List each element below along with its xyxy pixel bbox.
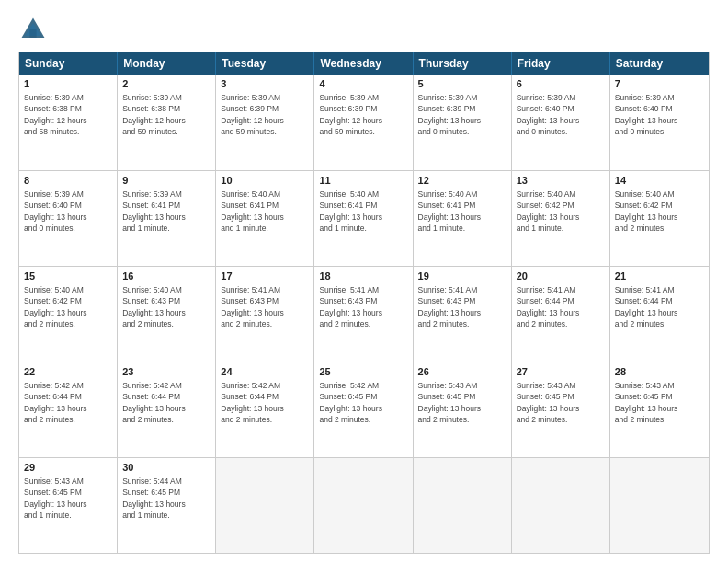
cell-info-line: Sunrise: 5:39 AM [221,93,280,102]
cell-info-line: Daylight: 13 hours [122,213,186,222]
calendar-row-1: 1Sunrise: 5:39 AMSunset: 6:38 PMDaylight… [19,75,709,170]
cell-info-line: and 2 minutes. [221,415,272,424]
cell-info-line: Daylight: 13 hours [517,308,580,317]
cell-info-line: Daylight: 13 hours [418,116,482,125]
cell-info-line: Daylight: 13 hours [122,308,186,317]
calendar-cell: 15Sunrise: 5:40 AMSunset: 6:42 PMDayligh… [19,267,118,362]
day-number: 30 [122,461,210,475]
day-number: 14 [615,174,704,188]
day-number: 12 [418,174,506,188]
calendar-row-2: 8Sunrise: 5:39 AMSunset: 6:40 PMDaylight… [19,170,709,266]
cell-info-line: Sunrise: 5:41 AM [517,285,576,294]
cell-info-line: Sunrise: 5:40 AM [418,190,478,199]
day-number: 17 [221,270,309,283]
cell-info-line: Daylight: 13 hours [24,500,87,509]
calendar-cell: 24Sunrise: 5:42 AMSunset: 6:44 PMDayligh… [216,362,314,457]
cell-info-line: and 2 minutes. [24,415,75,424]
cell-info-line: and 1 minute. [122,511,170,520]
day-number: 25 [319,365,407,379]
cell-info-line: Sunset: 6:41 PM [221,201,279,210]
cell-info-line: Daylight: 13 hours [517,116,580,125]
cell-info-line: Sunset: 6:41 PM [418,201,476,210]
day-number: 1 [24,77,112,91]
cell-info-line: Daylight: 13 hours [24,404,87,413]
cell-info-line: Sunset: 6:44 PM [615,296,673,305]
header-cell-saturday: Saturday [610,52,709,75]
cell-info-line: Daylight: 12 hours [24,116,87,125]
cell-info-line: and 2 minutes. [418,415,470,424]
cell-info-line: and 59 minutes. [122,127,177,136]
cell-info-line: and 2 minutes. [319,415,370,424]
cell-info-line: and 59 minutes. [319,127,374,136]
cell-info-line: and 2 minutes. [615,415,666,424]
cell-info-line: Sunrise: 5:40 AM [517,190,576,199]
cell-info-line: Sunset: 6:43 PM [418,296,476,305]
day-number: 22 [24,365,112,379]
cell-info-line: Sunset: 6:45 PM [24,488,82,497]
calendar-row-3: 15Sunrise: 5:40 AMSunset: 6:42 PMDayligh… [19,266,709,362]
cell-info-line: and 2 minutes. [615,224,666,233]
calendar-body: 1Sunrise: 5:39 AMSunset: 6:38 PMDaylight… [19,75,709,553]
day-number: 23 [122,365,210,379]
day-number: 2 [122,77,210,91]
cell-info-line: Sunset: 6:38 PM [122,104,180,113]
cell-info-line: and 2 minutes. [122,319,174,328]
day-number: 4 [319,77,407,91]
day-number: 24 [221,365,309,379]
cell-info-line: Daylight: 13 hours [319,404,382,413]
cell-info-line: Sunset: 6:41 PM [319,201,377,210]
logo [18,15,51,44]
cell-info-line: Sunset: 6:44 PM [517,296,574,305]
cell-info-line: Sunset: 6:40 PM [517,104,574,113]
cell-info-line: Sunrise: 5:39 AM [24,190,84,199]
cell-info-line: Sunset: 6:43 PM [221,296,279,305]
cell-info-line: and 2 minutes. [24,319,75,328]
cell-info-line: Sunset: 6:45 PM [418,392,476,401]
cell-info-line: Sunset: 6:40 PM [615,104,673,113]
cell-info-line: Sunrise: 5:41 AM [418,285,478,294]
cell-info-line: Sunrise: 5:41 AM [319,285,379,294]
cell-info-line: Sunset: 6:44 PM [122,392,180,401]
header [18,15,710,44]
cell-info-line: Daylight: 13 hours [418,213,482,222]
calendar-cell: 25Sunrise: 5:42 AMSunset: 6:45 PMDayligh… [314,362,413,457]
day-number: 8 [24,174,112,188]
day-number: 16 [122,270,210,283]
cell-info-line: Sunrise: 5:40 AM [319,190,379,199]
day-number: 20 [517,270,605,283]
calendar-cell: 28Sunrise: 5:43 AMSunset: 6:45 PMDayligh… [610,362,709,457]
calendar-cell: 7Sunrise: 5:39 AMSunset: 6:40 PMDaylight… [610,75,709,170]
calendar-cell: 2Sunrise: 5:39 AMSunset: 6:38 PMDaylight… [118,75,216,170]
cell-info-line: Sunrise: 5:43 AM [418,381,478,390]
cell-info-line: and 2 minutes. [418,319,470,328]
cell-info-line: Sunset: 6:45 PM [319,392,377,401]
calendar-cell: 18Sunrise: 5:41 AMSunset: 6:43 PMDayligh… [314,267,413,362]
logo-icon [18,15,48,44]
cell-info-line: Sunrise: 5:42 AM [24,381,84,390]
calendar-cell: 16Sunrise: 5:40 AMSunset: 6:43 PMDayligh… [118,267,216,362]
calendar-cell: 19Sunrise: 5:41 AMSunset: 6:43 PMDayligh… [414,267,512,362]
header-cell-tuesday: Tuesday [216,52,314,75]
header-cell-monday: Monday [118,52,216,75]
cell-info-line: Sunset: 6:45 PM [615,392,673,401]
day-number: 3 [221,77,309,91]
cell-info-line: and 58 minutes. [24,127,79,136]
calendar-header: SundayMondayTuesdayWednesdayThursdayFrid… [19,52,709,75]
cell-info-line: Sunrise: 5:42 AM [221,381,280,390]
cell-info-line: Sunrise: 5:39 AM [517,93,576,102]
calendar-cell: 1Sunrise: 5:39 AMSunset: 6:38 PMDaylight… [19,75,118,170]
cell-info-line: Sunset: 6:41 PM [122,201,180,210]
day-number: 15 [24,270,112,283]
cell-info-line: Daylight: 13 hours [319,213,382,222]
page: SundayMondayTuesdayWednesdayThursdayFrid… [0,0,728,563]
cell-info-line: Sunset: 6:39 PM [319,104,377,113]
cell-info-line: Daylight: 13 hours [615,308,678,317]
calendar-cell: 12Sunrise: 5:40 AMSunset: 6:41 PMDayligh… [414,171,512,266]
cell-info-line: Sunset: 6:44 PM [24,392,82,401]
cell-info-line: Sunrise: 5:42 AM [319,381,379,390]
calendar-cell: 26Sunrise: 5:43 AMSunset: 6:45 PMDayligh… [414,362,512,457]
cell-info-line: Sunrise: 5:42 AM [122,381,182,390]
calendar-cell: 3Sunrise: 5:39 AMSunset: 6:39 PMDaylight… [216,75,314,170]
calendar-cell: 8Sunrise: 5:39 AMSunset: 6:40 PMDaylight… [19,171,118,266]
cell-info-line: Sunrise: 5:43 AM [24,477,84,486]
